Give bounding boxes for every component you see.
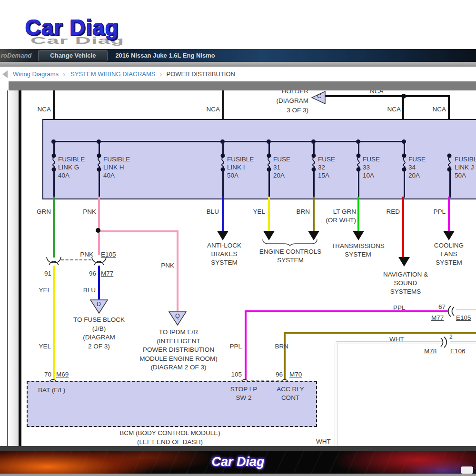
dest-line: NAVIGATION & [376,270,435,279]
brand-label[interactable]: roDemand [1,52,31,59]
breadcrumb: Wiring Diagrams › SYSTEM WIRING DIAGRAMS… [0,67,476,81]
page-bottom-strip [0,474,476,476]
fuse-name2: 32 [318,163,335,171]
connector-e106: E106 [450,347,466,356]
dest-line: SYSTEM [256,256,325,265]
label-nca-top: NCA [370,90,384,96]
fuse-amps: 20A [408,171,426,179]
change-vehicle-button[interactable]: Change Vehicle [38,50,108,61]
diagram-left-border [19,90,21,446]
fuse-name: FUSE [318,155,335,163]
banner-logo: Car Diag [0,455,476,469]
app-navbar: roDemand Change Vehicle 2016 Nissan Juke… [0,49,476,62]
fuse-name: FUSIBLE [58,155,85,163]
navbar-shadow-strip [0,62,476,67]
label-nca-3: NCA [378,105,401,114]
wire-blu-left [98,266,100,299]
dest-line: SOUND [376,279,435,288]
app-logo[interactable]: Car Diag [25,14,119,40]
fuse-name: FUSIBLE [455,155,476,163]
holder-line1: HOLDER [265,90,308,96]
wiring-diagram-canvas[interactable]: HOLDER (DIAGRAM 3 OF 3) C NCA NCA NCA NC… [0,90,476,446]
fuse-name: FUSE [408,155,426,163]
wire-pnk-branch-h [98,230,178,232]
arrow-down-icon [443,231,455,240]
dest-navigation-sound: NAVIGATION & SOUND SYSTEMS [376,270,435,296]
arrow-down-icon [217,231,228,240]
connector-m77: M77 [101,269,113,278]
label-nca-4: NCA [423,105,446,114]
fuse-amps: 15A [318,171,335,179]
wire-ppl [448,197,450,231]
fuse-exit [313,170,315,198]
dest-line: FANS [424,250,474,258]
pin-91: 91 [33,269,51,278]
bcm-pin-label: CONT [267,394,314,402]
brace-icon [262,239,318,246]
wire-ppl-run-h [245,310,448,312]
back-arrow-icon[interactable] [2,70,8,78]
fuse-name: FUSIBLE [103,155,130,163]
fuse-name2: 34 [408,163,426,171]
caption-line: TO FUSE BLOCK [68,316,130,325]
label-yel-3: YEL [28,342,51,351]
breadcrumb-wiring-diagrams[interactable]: Wiring Diagrams [13,70,59,78]
fuse-name: FUSE [273,155,290,163]
wire-nca-top [325,95,450,97]
wire-yel-left [53,266,55,381]
caption-line: TO IPDM E/R [132,328,225,337]
connector-e105: E105 [101,250,116,259]
label-ltgrn: LT GRN [327,208,356,216]
wire-yel [268,197,270,231]
bcm-caption: BCM (BODY CONTROL MODULE) (LEFT END OF D… [75,429,265,446]
wire-wht-cont [456,309,476,312]
label-ppl-2: PPL [219,342,242,351]
pin-67: 67 [432,303,446,311]
pin-96: 96 [78,269,96,278]
dest-line: COOLING [424,241,474,250]
wire-red [402,197,404,257]
fuse-exit [222,170,224,198]
label-yel: YEL [242,208,265,216]
connector-split-icon [447,306,456,317]
wire-blu [222,197,224,231]
label-brn: BRN [287,208,310,216]
fuse-name2: LINK G [58,163,85,171]
connector-m69: M69 [56,370,69,379]
fuse-exit [268,170,270,198]
fuse-label: FUSE3310A [363,155,380,179]
bcm-pin-label: ACC RLY [267,385,314,394]
fuse-label: FUSE3420A [408,155,426,179]
caption-line: (INTELLIGENT [132,337,225,346]
fuse-amps: 40A [103,171,130,179]
label-wht-run: WHT [389,335,404,344]
bcm-caption-line: (LEFT END OF DASH) [75,438,265,446]
breadcrumb-system-wiring-diagrams[interactable]: SYSTEM WIRING DIAGRAMS [70,70,155,78]
diagram-toolbar [9,81,476,90]
label-orwht: (OR WHT) [322,216,356,225]
dest-line: TRANSMISSIONS [327,242,389,250]
fuse-label: FUSE3120A [273,155,290,179]
caption-to-fuse-block: TO FUSE BLOCK (J/B) (DIAGRAM 2 OF 3) [68,316,130,351]
triangle-ref-c-label: C [317,92,321,100]
connector-link-dashed [61,259,91,260]
label-blu: BLU [196,208,219,216]
wire-ltgrn [357,197,359,231]
bcm-pin-label: SW 2 [220,394,268,402]
page-header: Car Diag Car Diag [0,0,476,49]
label-nca-1: NCA [28,105,51,114]
dest-line: SYSTEM [424,258,474,267]
wire-wht-run-h2 [450,341,476,344]
junction-dot [401,94,406,99]
caption-line: POWER DISTRIBUTION [132,346,225,355]
fuse-name2: 31 [273,163,290,171]
caption-line: (J/B) [68,325,130,334]
bcm-stop-lp: STOP LP SW 2 [220,385,268,402]
bcm-pin-label: STOP LP [220,385,268,394]
fuse-name: FUSIBLE [227,155,254,163]
wire-ppl-run-v [245,310,247,381]
wire-wht-run-v [335,343,337,446]
fuse-exit [358,170,359,198]
fuse-label: FUSIBLELINK G40A [58,155,85,179]
connector-e105-b: E105 [456,314,471,322]
